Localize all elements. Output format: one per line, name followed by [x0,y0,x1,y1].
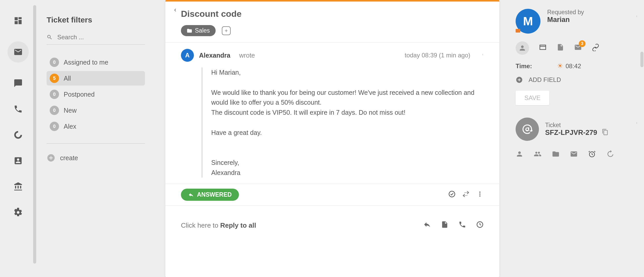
ticket-tab-mail[interactable] [570,150,578,159]
nav-reports[interactable] [13,130,23,140]
filter-label: Postponed [64,91,95,98]
more-vert-icon [476,190,484,198]
country-flag-icon [516,29,520,33]
check-circle-icon [448,190,456,198]
field-time: Time: ☀ 08:42 [516,62,638,70]
search-input[interactable] [57,34,145,41]
back-button[interactable] [172,7,178,14]
ticket-label: Ticket [545,122,609,129]
nav-calls[interactable] [13,104,23,114]
save-button[interactable]: SAVE [516,91,549,105]
person-icon [516,150,523,158]
copy-icon [602,129,609,135]
search-icon [47,34,53,41]
filter-count: 5 [50,74,59,83]
person-icon [518,44,526,52]
ticket-avatar [516,118,539,141]
tab-link[interactable] [592,43,599,53]
phone-icon [458,221,466,228]
note-icon [557,43,564,51]
filter-search[interactable] [47,34,145,45]
requester-menu[interactable] [636,13,638,21]
history-icon [606,150,614,158]
add-field-button[interactable]: ADD FIELD [516,76,638,83]
call-button[interactable] [458,221,466,230]
resolve-button[interactable] [448,190,456,199]
filter-alex[interactable]: 0 Alex [47,119,145,134]
filter-postponed[interactable]: 0 Postponed [47,87,145,102]
reply-bar[interactable]: Click here to Reply to all [165,205,499,261]
requester-block: M Requested by Marian [516,9,638,34]
nav-chat[interactable] [13,78,23,88]
internal-note-button[interactable] [441,221,449,230]
window-icon [539,43,547,51]
filter-title: Ticket filters [47,16,145,24]
sender-name: Alexandra [199,52,230,59]
ticket-title: Discount code [181,9,484,19]
field-value: 08:42 [566,63,581,70]
nav-settings[interactable] [13,207,23,218]
ticket-tab-files[interactable] [552,150,560,159]
tag-row: Sales [181,25,484,36]
filter-new[interactable]: 0 New [47,103,145,118]
meta-scrollbar[interactable] [640,52,643,67]
message-header: A Alexandra wrote today 08:39 (1 min ago… [181,49,484,62]
filter-count: 0 [50,90,59,99]
link-icon [592,43,599,51]
status-answered[interactable]: ANSWERED [181,189,239,201]
sender-avatar: A [181,49,194,62]
ticket-id: SFZ-LPJVR-279 [545,129,597,137]
message-menu[interactable] [482,51,484,60]
filter-count: 0 [50,122,59,131]
filter-count: 0 [50,106,59,115]
nav-contacts[interactable] [13,156,23,166]
tab-tickets[interactable] [539,43,547,53]
ticket-tab-history[interactable] [606,150,614,159]
filter-label: Assigned to me [64,59,108,66]
filter-assigned-to-me[interactable]: 0 Assigned to me [47,55,145,70]
nav-dashboard[interactable] [13,16,23,26]
ticket-menu[interactable] [636,120,638,128]
status-label: ANSWERED [197,191,232,198]
sun-icon: ☀ [557,62,563,70]
ticket-tab-sla[interactable] [588,150,596,159]
add-field-label: ADD FIELD [529,76,561,83]
tab-profile[interactable] [516,41,529,55]
plus-icon [224,28,229,33]
more-vert-icon [636,120,638,126]
tab-mail[interactable]: 3 [574,43,582,53]
add-tag-button[interactable] [222,26,231,35]
clock-icon [476,221,484,228]
filter-label: New [64,107,77,114]
reply-icon [423,221,431,228]
ticket-tab-participants[interactable] [534,150,541,159]
message-time: today 08:39 (1 min ago) [405,52,471,59]
nav-billing[interactable] [13,181,23,192]
copy-ticket-id-button[interactable] [602,129,609,137]
message-body: Hi Marian, We would like to thank you fo… [202,67,484,178]
tag-sales[interactable]: Sales [181,25,216,36]
ticket-tab-owner[interactable] [516,150,523,159]
rail-scrollbar[interactable] [33,5,36,264]
more-vert-icon [636,13,638,20]
plus-circle-icon [47,153,55,162]
chevron-left-icon [172,7,178,13]
filter-all[interactable]: 5 All [47,71,145,86]
reply-button[interactable] [423,221,431,230]
ticket-tab-icons [516,150,638,159]
folder-icon [552,150,560,158]
requested-by-label: Requested by [547,9,584,16]
mail-badge: 3 [579,40,586,47]
status-bar: ANSWERED [165,184,499,205]
create-filter-button[interactable]: create [47,153,145,162]
tab-notes[interactable] [557,43,564,53]
plus-circle-icon [516,76,523,83]
nav-rail [0,0,36,277]
alarm-icon [588,150,596,158]
transfer-button[interactable] [462,190,470,199]
nav-tickets[interactable] [8,41,29,63]
snooze-button[interactable] [476,221,484,230]
ticket-card: Discount code Sales A Alexandra wrote [165,0,499,277]
status-menu[interactable] [476,190,484,199]
folder-icon [187,28,192,34]
